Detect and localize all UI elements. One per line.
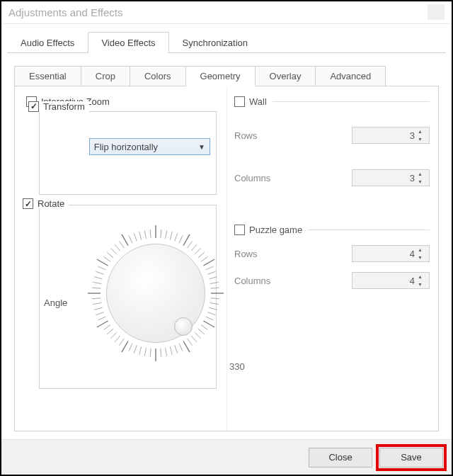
svg-line-38: [144, 348, 146, 356]
svg-line-23: [206, 317, 214, 320]
tab-synchronization[interactable]: Synchronization: [169, 32, 262, 53]
tab-overlay[interactable]: Overlay: [255, 66, 316, 86]
svg-line-17: [211, 288, 219, 288]
transform-group: Transform Flip horizontally ▼: [39, 111, 217, 195]
svg-line-6: [183, 234, 190, 246]
svg-line-65: [119, 241, 124, 248]
chevron-down-icon[interactable]: ▼: [418, 282, 428, 287]
svg-line-16: [210, 282, 219, 283]
svg-line-48: [97, 321, 108, 327]
sub-tabs: Essential Crop Colors Geometry Overlay A…: [14, 66, 439, 86]
svg-line-62: [107, 252, 113, 258]
svg-line-52: [93, 303, 101, 305]
main-tabs: Audio Effects Video Effects Synchronizat…: [1, 24, 452, 52]
svg-line-50: [96, 312, 103, 315]
svg-line-1: [161, 230, 161, 238]
svg-line-29: [188, 339, 193, 346]
svg-line-59: [98, 266, 105, 270]
svg-line-28: [191, 336, 197, 342]
tab-audio-effects[interactable]: Audio Effects: [7, 32, 88, 53]
wall-cols-value: 3: [410, 173, 415, 183]
svg-line-53: [92, 298, 101, 299]
puzzle-checkbox[interactable]: [234, 225, 245, 235]
tab-video-effects[interactable]: Video Effects: [88, 32, 168, 53]
tab-crop[interactable]: Crop: [81, 66, 130, 86]
svg-line-21: [209, 307, 217, 310]
svg-line-44: [115, 336, 120, 342]
svg-line-15: [209, 277, 217, 279]
footer: Close Save: [1, 439, 452, 475]
puzzle-rows-stepper[interactable]: 4 ▲▼: [352, 245, 430, 262]
svg-line-39: [139, 346, 142, 355]
svg-line-27: [195, 332, 200, 338]
angle-dial[interactable]: 330: [85, 222, 226, 364]
chevron-up-icon[interactable]: ▲: [418, 129, 428, 134]
svg-line-64: [115, 244, 120, 251]
svg-line-49: [98, 317, 105, 320]
rotate-label: Rotate: [38, 198, 64, 209]
wall-checkbox[interactable]: [234, 96, 245, 107]
svg-line-69: [139, 232, 142, 240]
puzzle-rows-label: Rows: [234, 249, 258, 259]
svg-line-37: [150, 348, 151, 357]
chevron-up-icon[interactable]: ▲: [418, 274, 428, 279]
angle-label: Angle: [44, 298, 67, 308]
svg-line-66: [122, 234, 128, 246]
transform-label: Transform: [43, 101, 85, 112]
puzzle-rows-value: 4: [410, 249, 415, 259]
svg-line-7: [188, 241, 193, 248]
svg-line-26: [198, 329, 205, 334]
svg-line-42: [122, 341, 128, 353]
wall-rows-label: Rows: [234, 130, 258, 141]
svg-line-3: [170, 232, 172, 240]
wall-cols-label: Columns: [234, 173, 270, 183]
puzzle-label: Puzzle game: [249, 225, 302, 235]
svg-line-57: [94, 277, 103, 279]
svg-line-67: [129, 235, 132, 243]
svg-line-19: [211, 298, 219, 299]
save-button[interactable]: Save: [379, 448, 443, 468]
puzzle-cols-stepper[interactable]: 4 ▲▼: [352, 272, 430, 289]
rotate-checkbox[interactable]: [23, 198, 33, 209]
transform-checkbox[interactable]: [28, 101, 39, 112]
dial-knob-icon: [174, 317, 193, 336]
svg-line-33: [170, 346, 172, 355]
svg-line-47: [103, 325, 110, 330]
tab-essential[interactable]: Essential: [14, 66, 81, 86]
svg-line-41: [129, 344, 132, 351]
svg-line-55: [92, 288, 101, 288]
chevron-down-icon[interactable]: ▼: [418, 255, 428, 260]
svg-line-56: [93, 282, 101, 283]
geometry-panel: Interactive Zoom Transform Flip horizont…: [14, 86, 439, 431]
svg-line-11: [201, 256, 208, 261]
chevron-up-icon[interactable]: ▲: [418, 171, 428, 176]
wall-cols-stepper[interactable]: 3 ▲▼: [352, 169, 430, 186]
svg-line-25: [201, 325, 208, 330]
svg-line-35: [161, 348, 161, 357]
svg-line-14: [207, 271, 215, 274]
tab-geometry[interactable]: Geometry: [185, 66, 256, 86]
tab-colors[interactable]: Colors: [130, 66, 186, 86]
svg-line-31: [179, 344, 183, 351]
chevron-down-icon[interactable]: ▼: [418, 137, 428, 142]
wall-rows-stepper[interactable]: 3 ▲▼: [352, 127, 430, 144]
puzzle-cols-value: 4: [410, 276, 415, 286]
svg-line-61: [103, 256, 110, 261]
chevron-up-icon[interactable]: ▲: [418, 247, 428, 252]
svg-line-34: [166, 348, 167, 356]
svg-line-32: [175, 345, 178, 353]
window-title: Adjustments and Effects: [8, 6, 122, 18]
tab-advanced[interactable]: Advanced: [315, 66, 386, 86]
svg-line-9: [195, 248, 200, 254]
svg-line-51: [94, 307, 103, 310]
transform-select[interactable]: Flip horizontally ▼: [89, 138, 210, 155]
close-button[interactable]: Close: [309, 448, 372, 468]
window-close-button[interactable]: [428, 4, 445, 20]
chevron-down-icon[interactable]: ▼: [418, 179, 428, 184]
svg-line-45: [110, 332, 116, 338]
svg-line-20: [210, 303, 219, 305]
svg-line-8: [191, 244, 197, 251]
dial-tick-label: 330: [229, 361, 245, 372]
svg-line-63: [110, 248, 116, 254]
svg-line-60: [97, 259, 108, 266]
